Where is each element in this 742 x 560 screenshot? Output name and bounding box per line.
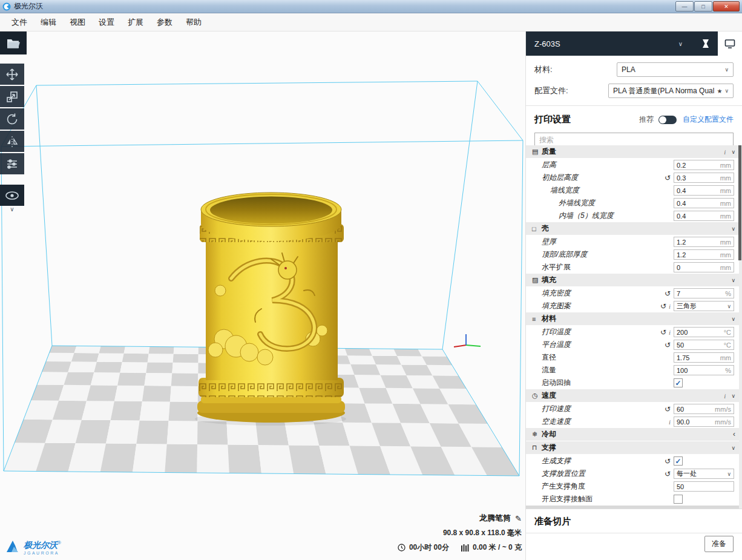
category-header-infill[interactable]: ▨填充∨	[526, 274, 742, 286]
setting-checkbox-cell: ✓	[674, 456, 734, 466]
open-file-button[interactable]	[0, 31, 27, 54]
model-3d[interactable]	[189, 188, 352, 432]
category-header-material[interactable]: ≡材料∨	[526, 312, 742, 325]
menu-item-settings[interactable]: 设置	[92, 14, 121, 31]
viewport-3d[interactable]: ∨ 龙腾笔筒 ✎ 90.8 x 90.8 x 118.0 毫米 00小时 00分…	[0, 31, 525, 560]
revert-icon[interactable]: ↺	[665, 175, 671, 181]
setting-value-input[interactable]	[677, 367, 723, 374]
menu-item-file[interactable]: 文件	[5, 14, 34, 31]
shell-icon: □	[532, 225, 542, 232]
settings-scrollbar[interactable]	[739, 145, 742, 509]
menu-item-extensions[interactable]: 扩展	[121, 14, 150, 31]
setting-checkbox[interactable]	[674, 495, 683, 504]
menu-item-view[interactable]: 视图	[63, 14, 92, 31]
category-header-quality[interactable]: ▤质量i∨	[526, 145, 742, 158]
setting-label: 层高	[542, 160, 671, 170]
info-icon[interactable]: i	[669, 329, 671, 336]
revert-icon[interactable]: ↺	[665, 406, 671, 412]
setting-value-box	[674, 481, 734, 492]
setting-value-input[interactable]	[677, 200, 718, 207]
title-bar[interactable]: 极光尔沃 — □ ✕	[0, 0, 742, 13]
setting-row-support-2: 产生支撑角度	[526, 480, 742, 493]
setting-value-input[interactable]	[677, 239, 718, 246]
material-row: 材料: PLA ∨	[526, 62, 742, 77]
per-model-settings-button[interactable]	[0, 153, 24, 174]
revert-icon[interactable]: ↺	[665, 471, 671, 477]
revert-icon[interactable]: ↺	[660, 329, 666, 335]
menu-item-edit[interactable]: 编辑	[34, 14, 63, 31]
mirror-tool-button[interactable]	[0, 131, 24, 152]
category-header-support[interactable]: ⊓支撑∨	[526, 441, 742, 454]
printer-selector[interactable]: Z-603S ∨	[526, 31, 694, 56]
rotate-icon	[5, 113, 19, 126]
setting-unit: mm	[720, 264, 731, 271]
revert-icon[interactable]: ↺	[660, 303, 666, 309]
view-mode-button[interactable]	[0, 185, 24, 206]
category-label: 冷却	[542, 429, 733, 440]
setting-row-icons: i	[669, 418, 671, 426]
menu-item-help[interactable]: 帮助	[179, 14, 208, 31]
prepare-button[interactable]: 准备	[704, 536, 734, 552]
revert-icon[interactable]: ↺	[665, 458, 671, 464]
setting-value-input[interactable]	[677, 174, 718, 182]
setting-value-input[interactable]	[677, 354, 718, 361]
setting-checkbox[interactable]: ✓	[674, 456, 683, 466]
minimize-button[interactable]: —	[675, 1, 694, 12]
setting-value-input[interactable]	[677, 251, 718, 259]
category-label: 质量	[542, 147, 724, 157]
revert-icon[interactable]: ↺	[665, 291, 671, 297]
chevron-down-icon: ∨	[731, 149, 735, 155]
setting-row-material-4: 启动回抽✓	[526, 377, 742, 389]
setting-value-input[interactable]	[677, 341, 722, 349]
monitor-tab[interactable]	[718, 31, 742, 56]
setting-label: 外墙线宽度	[559, 198, 671, 208]
rename-model-icon[interactable]: ✎	[515, 514, 522, 523]
material-usage: 0.00 米 / ~ 0 克	[473, 542, 522, 553]
app-logo-icon	[2, 2, 11, 11]
setting-value-input[interactable]	[677, 290, 723, 297]
setting-value-input[interactable]	[677, 162, 718, 169]
scrollbar-thumb[interactable]	[738, 145, 741, 260]
info-icon[interactable]: i	[669, 303, 671, 310]
setting-checkbox[interactable]: ✓	[674, 378, 683, 387]
material-label: 材料:	[534, 64, 617, 75]
category-header-speed[interactable]: ◷速度i∨	[526, 389, 742, 402]
setting-value-box: mm/s	[674, 417, 734, 427]
setting-value-input[interactable]	[677, 212, 718, 220]
setting-label: 墙线宽度	[550, 185, 671, 196]
menu-item-parameters[interactable]: 参数	[150, 14, 179, 31]
window-title: 极光尔沃	[14, 1, 43, 12]
move-tool-button[interactable]	[0, 64, 24, 85]
setting-value-input[interactable]	[677, 418, 713, 426]
prepare-tab[interactable]	[694, 31, 718, 56]
chevron-down-icon[interactable]: ∨	[0, 206, 24, 213]
setting-value-input[interactable]	[677, 264, 718, 271]
custom-profile-link[interactable]: 自定义配置文件	[683, 114, 734, 125]
profile-select[interactable]: PLA 普通质量(PLA Norma Qual ★ ∨	[608, 84, 734, 98]
material-select[interactable]: PLA ∨	[617, 62, 734, 77]
setting-checkbox-cell	[674, 495, 734, 504]
category-header-cooling[interactable]: ❄冷却‹	[526, 428, 742, 441]
setting-select[interactable]: 三角形∨	[674, 301, 734, 311]
category-label: 速度	[542, 390, 724, 401]
rotate-tool-button[interactable]	[0, 108, 24, 130]
maximize-button[interactable]: □	[694, 1, 712, 12]
close-button[interactable]: ✕	[713, 1, 740, 12]
setting-value-input[interactable]	[677, 187, 718, 194]
recommended-custom-toggle[interactable]	[658, 116, 677, 124]
setting-label: 空走速度	[542, 417, 669, 427]
setting-row-material-0: 打印温度↺i°C	[526, 326, 742, 338]
setting-select[interactable]: 每一处∨	[674, 469, 734, 479]
info-icon[interactable]: i	[724, 392, 726, 400]
printer-name: Z-603S	[534, 39, 560, 48]
scale-tool-button[interactable]	[0, 86, 24, 107]
info-icon[interactable]: i	[669, 418, 671, 426]
mirror-icon	[5, 135, 19, 148]
revert-icon[interactable]: ↺	[665, 342, 671, 348]
setting-value-input[interactable]	[677, 329, 722, 336]
info-icon[interactable]: i	[724, 148, 726, 156]
setting-value-input[interactable]	[677, 483, 729, 490]
category-header-shell[interactable]: □壳∨	[526, 222, 742, 235]
setting-value-input[interactable]	[677, 406, 713, 413]
category-label: 支撑	[542, 443, 731, 453]
